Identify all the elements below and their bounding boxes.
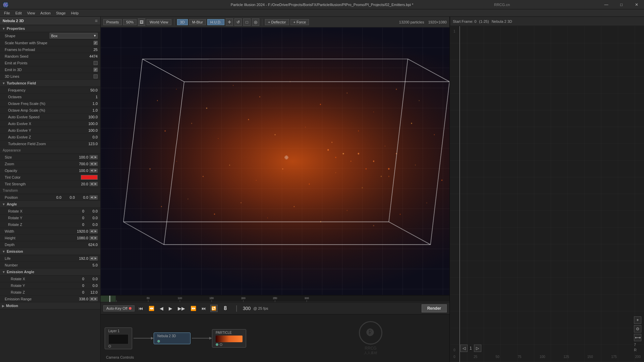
number-value[interactable]: 5.0 <box>84 263 98 267</box>
graph-prev-icon[interactable]: ◁ <box>460 345 468 352</box>
shape-dropdown[interactable]: Box ▾ <box>50 33 98 39</box>
hud-button[interactable]: H.U.D. <box>207 19 224 25</box>
auto-evolve-x-value[interactable]: 100.0 <box>84 122 98 126</box>
force-button[interactable]: + Force <box>290 19 309 25</box>
particle-node[interactable]: PARTICLE <box>212 329 246 348</box>
pos-x[interactable]: 0.0 <box>48 195 61 199</box>
auto-evolve-z-value[interactable]: 0.0 <box>84 135 98 139</box>
emission-range-slider-left[interactable]: ◀ <box>90 297 94 301</box>
auto-evolve-y-value[interactable]: 100.0 <box>84 128 98 132</box>
zoom-slider[interactable]: ◀ ▶ <box>90 162 98 166</box>
octave-freq-value[interactable]: 1.0 <box>84 102 98 106</box>
turbulence-zoom-value[interactable]: 123.0 <box>84 142 98 146</box>
tint-strength-slider-left[interactable]: ◀ <box>90 182 94 186</box>
maximize-button[interactable]: □ <box>614 0 629 9</box>
rotate-y-deg[interactable]: 0 <box>71 216 84 220</box>
position-slider-btn[interactable]: ◀ <box>90 195 94 199</box>
play-button[interactable]: ▶ <box>167 305 174 312</box>
size-slider-left[interactable]: ◀ <box>90 155 94 159</box>
rotate-z-val[interactable]: 0.0 <box>84 223 98 227</box>
mblur-button[interactable]: M-Blur <box>189 19 206 25</box>
opacity-slider-right[interactable]: ▶ <box>94 169 98 173</box>
size-slider[interactable]: ◀ ▶ <box>90 155 98 159</box>
height-value[interactable]: 1080.0 <box>75 236 88 240</box>
emission-range-slider-right[interactable]: ▶ <box>94 297 98 301</box>
zoom-value[interactable]: 700.0 <box>75 162 88 166</box>
deflector-button[interactable]: + Deflector <box>265 19 289 25</box>
motion-section-header[interactable]: ▶ Motion <box>0 302 100 309</box>
target-icon[interactable]: ◎ <box>252 18 259 26</box>
close-button[interactable]: ✕ <box>629 0 644 9</box>
emit-in-3d-checkbox[interactable] <box>94 68 98 72</box>
pos-z[interactable]: 0.0 <box>75 195 88 199</box>
menu-edit[interactable]: Edit <box>13 10 24 16</box>
height-slider[interactable]: ◀ ▶ <box>90 236 98 240</box>
emangle-x-deg[interactable]: 0 <box>71 277 84 281</box>
menu-file[interactable]: File <box>1 10 13 16</box>
tint-color-swatch[interactable] <box>81 175 98 180</box>
rotate-z-deg[interactable]: 0 <box>71 223 84 227</box>
view-icon[interactable]: 🖼 <box>138 18 145 26</box>
graph-reset-icon[interactable]: ⊙ <box>634 325 641 333</box>
zoom-slider-left[interactable]: ◀ <box>90 162 94 166</box>
emission-range-slider[interactable]: ◀ ▶ <box>90 297 98 301</box>
pos-y[interactable]: 0.0 <box>61 195 75 199</box>
tint-strength-slider[interactable]: ◀ ▶ <box>90 182 98 186</box>
layer1-output-dot[interactable] <box>108 345 111 348</box>
layer1-node[interactable]: Layer 1 <box>105 327 132 349</box>
nebula-node[interactable]: Nebula 2 3D <box>154 333 191 344</box>
position-slider[interactable]: ◀ ▶ <box>90 195 98 199</box>
width-slider[interactable]: ◀ ▶ <box>90 229 98 233</box>
autokey-button[interactable]: Auto-Key Off <box>103 305 135 311</box>
octave-amp-value[interactable]: 1.0 <box>84 108 98 112</box>
rotate-x-deg[interactable]: 0 <box>71 209 84 213</box>
render-button[interactable]: Render <box>422 304 447 312</box>
scale-number-shape-checkbox[interactable] <box>94 41 98 45</box>
octaves-value[interactable]: 1 <box>84 95 98 99</box>
rotate-x-val[interactable]: 0.0 <box>84 209 98 213</box>
3d-lines-checkbox[interactable] <box>94 74 98 78</box>
menu-action[interactable]: Action <box>38 10 53 16</box>
width-value[interactable]: 1920.0 <box>75 229 88 233</box>
loop-icon[interactable]: 🔁 <box>210 305 218 312</box>
tint-strength-value[interactable]: 20.0 <box>75 182 88 186</box>
opacity-value[interactable]: 100.0 <box>75 169 88 173</box>
panel-menu-icon[interactable]: ≡ <box>95 18 98 23</box>
step-back-button[interactable]: ⏪ <box>147 305 156 312</box>
particle-input-dot[interactable] <box>216 343 218 346</box>
life-slider-right[interactable]: ▶ <box>94 256 98 260</box>
menu-help[interactable]: Help <box>68 10 82 16</box>
opacity-slider[interactable]: ◀ ▶ <box>90 169 98 173</box>
world-view-button[interactable]: World View <box>147 19 171 25</box>
go-to-end-button[interactable]: ⏭ <box>200 305 208 312</box>
depth-value[interactable]: 624.0 <box>84 243 98 247</box>
particle-dot-2[interactable] <box>220 343 222 346</box>
emangle-x-val[interactable]: 0.0 <box>84 277 98 281</box>
go-to-start-button[interactable]: ⏮ <box>137 305 145 312</box>
random-seed-value[interactable]: 4474 <box>84 54 98 58</box>
life-value[interactable]: 192.0 <box>75 256 88 260</box>
emission-section-header[interactable]: ▼ Emission <box>0 248 100 255</box>
zoom-slider-right[interactable]: ▶ <box>94 162 98 166</box>
properties-section-header[interactable]: ▼ Properties <box>0 25 100 32</box>
life-slider-left[interactable]: ◀ <box>90 256 94 260</box>
zoom-button[interactable]: 50% <box>123 19 137 25</box>
emangle-y-deg[interactable]: 0 <box>71 284 84 288</box>
size-slider-right[interactable]: ▶ <box>94 155 98 159</box>
life-slider[interactable]: ◀ ▶ <box>90 256 98 260</box>
minimize-button[interactable]: — <box>599 0 614 9</box>
opacity-slider-left[interactable]: ◀ <box>90 169 94 173</box>
height-slider-left[interactable]: ◀ <box>90 236 94 240</box>
auto-evolve-speed-value[interactable]: 100.0 <box>84 115 98 119</box>
graph-fit-icon[interactable]: ⟷ <box>634 334 641 341</box>
frames-preload-value[interactable]: 25 <box>84 48 98 52</box>
menu-view[interactable]: View <box>24 10 38 16</box>
step-forward-button[interactable]: ⏩ <box>189 305 198 312</box>
emangle-y-val[interactable]: 0.0 <box>84 284 98 288</box>
timeline-ruler[interactable]: 50 100 150 200 250 300 <box>101 296 449 302</box>
graph-zoom-in-icon[interactable]: + <box>634 316 641 324</box>
tint-strength-slider-right[interactable]: ▶ <box>94 182 98 186</box>
emission-range-value[interactable]: 338.0 <box>75 297 88 301</box>
viewport-canvas[interactable] <box>101 27 449 295</box>
presets-button[interactable]: Presets <box>103 19 122 25</box>
